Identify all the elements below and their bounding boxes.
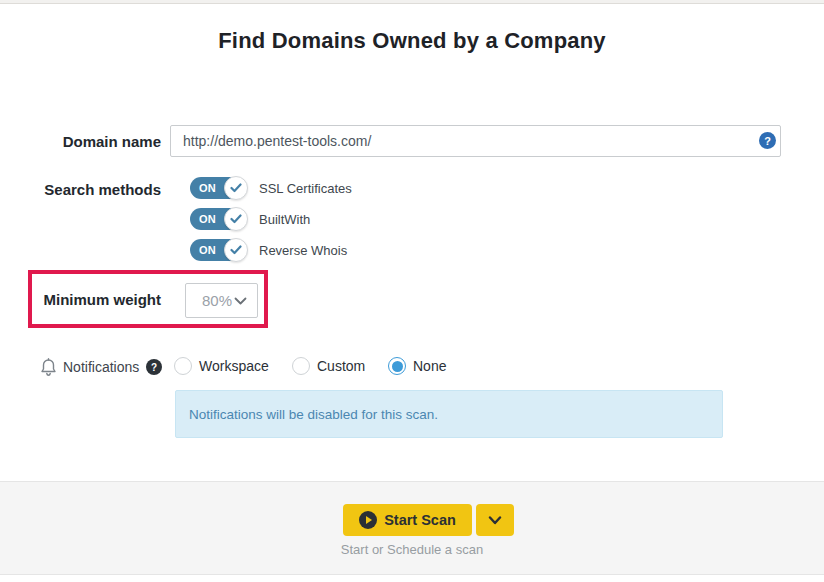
domain-name-label: Domain name (0, 133, 161, 150)
chevron-down-icon (234, 297, 247, 305)
checkmark-icon (224, 207, 248, 231)
page-title: Find Domains Owned by a Company (0, 28, 824, 54)
radio-label-custom: Custom (317, 358, 365, 374)
toggle-ssl-certificates[interactable]: ON (190, 176, 247, 200)
toggle-builtwith[interactable]: ON (190, 207, 247, 231)
start-scan-hint: Start or Schedule a scan (0, 542, 824, 557)
minimum-weight-value: 80% (202, 292, 232, 309)
bell-icon (40, 358, 57, 377)
scan-options-dropdown-button[interactable] (476, 504, 514, 536)
radio-custom[interactable]: Custom (292, 357, 365, 375)
search-methods-label: Search methods (0, 181, 161, 198)
minimum-weight-select[interactable]: 80% (185, 283, 258, 318)
notifications-label: Notifications (63, 359, 139, 375)
radio-circle (292, 357, 310, 375)
toggle-state-label: ON (199, 177, 216, 199)
domain-help-icon[interactable]: ? (759, 132, 776, 149)
radio-circle (388, 357, 406, 375)
chevron-down-icon (488, 516, 502, 525)
notifications-info-box: Notifications will be disabled for this … (175, 390, 723, 438)
radio-none[interactable]: None (388, 357, 446, 375)
checkmark-icon (224, 238, 248, 262)
toggle-label-ssl-certificates: SSL Certificates (259, 181, 352, 196)
radio-circle (174, 357, 192, 375)
toggle-reverse-whois[interactable]: ON (190, 238, 247, 262)
toggle-state-label: ON (199, 208, 216, 230)
start-scan-button-group: Start Scan (343, 504, 514, 536)
top-divider (0, 0, 824, 4)
notifications-row: Notifications ? Workspace Custom None (0, 356, 824, 378)
checkmark-icon (224, 176, 248, 200)
toggle-label-builtwith: BuiltWith (259, 212, 310, 227)
minimum-weight-label: Minimum weight (0, 291, 161, 308)
radio-label-workspace: Workspace (199, 358, 269, 374)
toggle-state-label: ON (199, 239, 216, 261)
start-scan-button[interactable]: Start Scan (343, 504, 472, 536)
domain-name-input[interactable] (170, 125, 781, 157)
notifications-help-icon[interactable]: ? (146, 359, 162, 375)
footer-action-bar: Start Scan Start or Schedule a scan (0, 481, 824, 575)
search-method-row: ON SSL Certificates (190, 176, 352, 200)
toggle-label-reverse-whois: Reverse Whois (259, 243, 347, 258)
search-method-row: ON BuiltWith (190, 207, 310, 231)
notifications-info-text: Notifications will be disabled for this … (189, 407, 438, 422)
start-scan-label: Start Scan (384, 512, 456, 528)
radio-label-none: None (413, 358, 446, 374)
find-domains-form-page: Find Domains Owned by a Company Domain n… (0, 0, 824, 582)
search-method-row: ON Reverse Whois (190, 238, 347, 262)
radio-workspace[interactable]: Workspace (174, 357, 269, 375)
play-circle-icon (359, 511, 377, 529)
